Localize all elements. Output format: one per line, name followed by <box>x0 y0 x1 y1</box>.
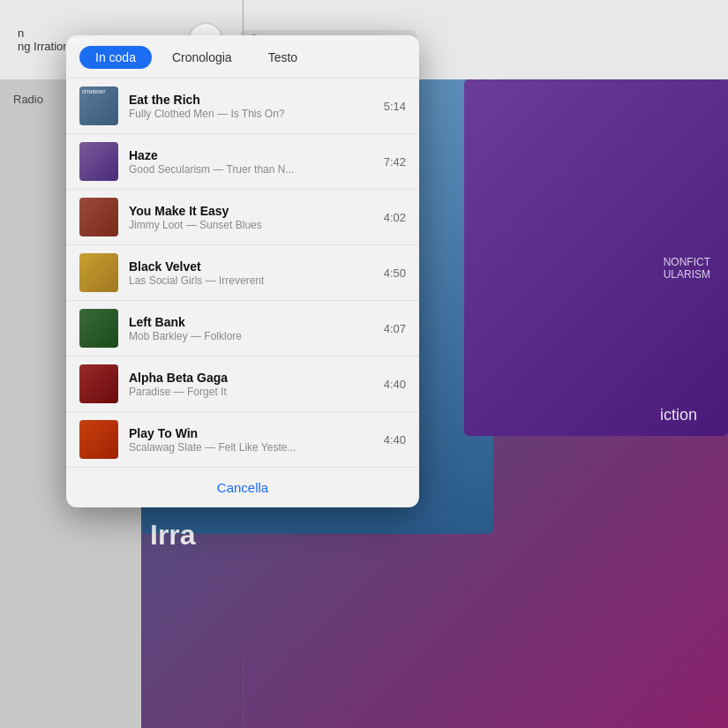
queue-panel: In coda Cronologia Testo ISTHISON? Eat t… <box>66 35 419 507</box>
song-duration-2: 7:42 <box>384 155 406 169</box>
sidebar-radio-label[interactable]: Radio <box>0 93 43 106</box>
song-duration-5: 4:07 <box>384 322 406 335</box>
list-item[interactable]: You Make It Easy Jimmy Loot — Sunset Blu… <box>66 189 419 244</box>
list-item[interactable]: Alpha Beta Gaga Paradise — Forget It 4:4… <box>66 356 419 411</box>
song-title-7: Play To Win <box>129 426 373 440</box>
cancel-button[interactable]: Cancella <box>66 467 419 507</box>
song-info-4: Black Velvet Las Social Girls — Irrevere… <box>129 259 373 287</box>
song-info-7: Play To Win Scalawag Slate — Felt Like Y… <box>129 426 373 454</box>
song-info-5: Left Bank Mob Barkley — Folklore <box>129 315 373 342</box>
album-art-6 <box>79 364 118 403</box>
list-item[interactable]: Haze Good Secularism — Truer than N... 7… <box>66 133 419 189</box>
tab-testo[interactable]: Testo <box>252 46 313 69</box>
song-duration-3: 4:02 <box>384 211 406 224</box>
indicator-line-top <box>243 0 244 35</box>
indicator-line-bottom <box>243 657 244 728</box>
song-info-6: Alpha Beta Gaga Paradise — Forget It <box>129 371 373 398</box>
song-info-1: Eat the Rich Fully Clothed Men — Is This… <box>129 93 373 120</box>
song-subtitle-4: Las Social Girls — Irreverent <box>129 274 373 287</box>
song-title-3: You Make It Easy <box>129 204 373 218</box>
fiction-label: iction <box>660 406 697 424</box>
song-subtitle-3: Jimmy Loot — Sunset Blues <box>129 219 373 231</box>
irrational-text: Irra <box>150 519 196 552</box>
song-duration-6: 4:40 <box>384 378 406 391</box>
song-subtitle-6: Paradise — Forget It <box>129 386 373 398</box>
song-duration-4: 4:50 <box>384 266 406 280</box>
list-item[interactable]: ISTHISON? Eat the Rich Fully Clothed Men… <box>66 78 419 133</box>
song-list: ISTHISON? Eat the Rich Fully Clothed Men… <box>66 78 419 467</box>
tab-in-coda[interactable]: In coda <box>79 46 152 69</box>
song-duration-7: 4:40 <box>384 433 406 447</box>
song-title-1: Eat the Rich <box>129 93 373 107</box>
album-art-5: FOLKLORE <box>79 309 118 348</box>
song-subtitle-1: Fully Clothed Men — Is This On? <box>129 108 373 120</box>
tab-cronologia[interactable]: Cronologia <box>156 46 248 69</box>
song-subtitle-2: Good Secularism — Truer than N... <box>129 163 373 176</box>
album-art-7 <box>79 420 118 459</box>
album-art-1: ISTHISON? <box>79 86 118 125</box>
song-title-2: Haze <box>129 148 373 162</box>
song-info-3: You Make It Easy Jimmy Loot — Sunset Blu… <box>129 204 373 231</box>
album-art-3 <box>79 198 118 236</box>
nonfict-label: NONFICTULARISM <box>664 256 710 281</box>
song-title-6: Alpha Beta Gaga <box>129 371 373 385</box>
song-subtitle-5: Mob Barkley — Folklore <box>129 330 373 342</box>
list-item[interactable]: Black Velvet Las Social Girls — Irrevere… <box>66 244 419 300</box>
list-item[interactable]: Play To Win Scalawag Slate — Felt Like Y… <box>66 411 419 467</box>
song-info-2: Haze Good Secularism — Truer than N... <box>129 148 373 176</box>
album-art-4 <box>79 253 118 292</box>
song-title-4: Black Velvet <box>129 259 373 274</box>
song-title-5: Left Bank <box>129 315 373 329</box>
list-item[interactable]: FOLKLORE Left Bank Mob Barkley — Folklor… <box>66 300 419 356</box>
song-subtitle-7: Scalawag Slate — Felt Like Yeste... <box>129 441 373 454</box>
queue-tabs: In coda Cronologia Testo <box>66 35 419 78</box>
song-duration-1: 5:14 <box>384 100 406 113</box>
album-art-2 <box>79 142 118 181</box>
